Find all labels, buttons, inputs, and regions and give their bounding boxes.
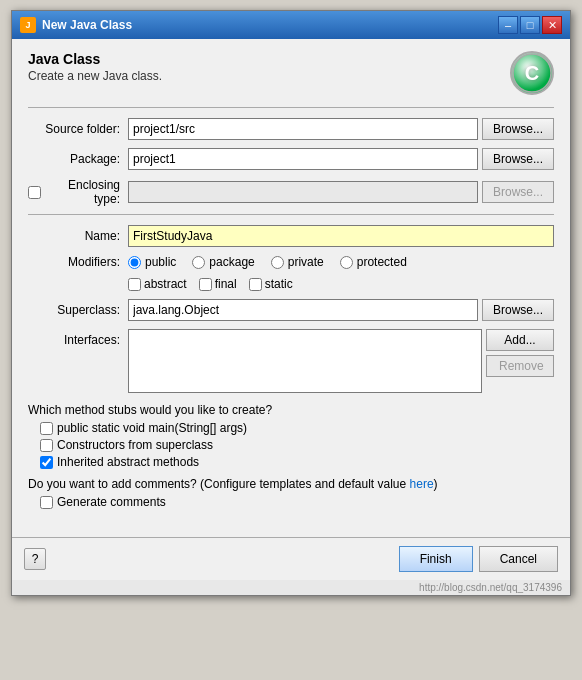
name-row: Name:	[28, 225, 554, 247]
superclass-input[interactable]	[128, 299, 478, 321]
superclass-label: Superclass:	[28, 303, 128, 317]
footer-buttons: Finish Cancel	[399, 546, 558, 572]
modifiers-row2: abstract final static	[128, 277, 554, 291]
stubs-options: public static void main(String[] args) C…	[28, 421, 554, 469]
modifier-abstract-checkbox[interactable]	[128, 278, 141, 291]
source-folder-label: Source folder:	[28, 122, 128, 136]
modifier-abstract-label: abstract	[144, 277, 187, 291]
modifier-final-checkbox[interactable]	[199, 278, 212, 291]
header-section: Java Class Create a new Java class. C	[28, 51, 554, 95]
stubs-option-1[interactable]: Constructors from superclass	[40, 438, 554, 452]
finish-button[interactable]: Finish	[399, 546, 473, 572]
comments-title-suffix: )	[434, 477, 438, 491]
stubs-option-0-checkbox[interactable]	[40, 422, 53, 435]
stubs-option-2[interactable]: Inherited abstract methods	[40, 455, 554, 469]
enclosing-type-browse-button[interactable]: Browse...	[482, 181, 554, 203]
java-logo: C	[510, 51, 554, 95]
enclosing-type-label: Enclosing type:	[44, 178, 120, 206]
superclass-browse-button[interactable]: Browse...	[482, 299, 554, 321]
modifier-protected-radio[interactable]	[340, 256, 353, 269]
close-button[interactable]: ✕	[542, 16, 562, 34]
maximize-button[interactable]: □	[520, 16, 540, 34]
help-button[interactable]: ?	[24, 548, 46, 570]
source-folder-input[interactable]	[128, 118, 478, 140]
generate-comments-checkbox[interactable]	[40, 496, 53, 509]
stubs-option-1-checkbox[interactable]	[40, 439, 53, 452]
package-label: Package:	[28, 152, 128, 166]
name-label: Name:	[28, 229, 128, 243]
enclosing-type-label-group: Enclosing type:	[28, 178, 128, 206]
package-browse-button[interactable]: Browse...	[482, 148, 554, 170]
enclosing-type-checkbox[interactable]	[28, 186, 41, 199]
package-input[interactable]	[128, 148, 478, 170]
modifier-public-radio[interactable]	[128, 256, 141, 269]
modifier-static-label: static	[265, 277, 293, 291]
enclosing-type-input[interactable]	[128, 181, 478, 203]
middle-divider	[28, 214, 554, 215]
modifier-final[interactable]: final	[199, 277, 237, 291]
modifier-public-label: public	[145, 255, 176, 269]
interfaces-box	[128, 329, 482, 393]
dialog-footer: ? Finish Cancel	[12, 537, 570, 580]
interfaces-add-button[interactable]: Add...	[486, 329, 554, 351]
window-title: New Java Class	[42, 18, 132, 32]
stubs-option-2-checkbox[interactable]	[40, 456, 53, 469]
modifier-protected-label: protected	[357, 255, 407, 269]
title-buttons: – □ ✕	[498, 16, 562, 34]
stubs-section: Which method stubs would you like to cre…	[28, 403, 554, 469]
modifier-private[interactable]: private	[271, 255, 324, 269]
stubs-option-0-label: public static void main(String[] args)	[57, 421, 247, 435]
modifier-static-checkbox[interactable]	[249, 278, 262, 291]
package-row: Package: Browse...	[28, 148, 554, 170]
dialog-title: Java Class	[28, 51, 162, 67]
modifier-package[interactable]: package	[192, 255, 254, 269]
modifier-private-radio[interactable]	[271, 256, 284, 269]
stubs-option-1-label: Constructors from superclass	[57, 438, 213, 452]
svg-text:C: C	[525, 62, 539, 84]
source-folder-browse-button[interactable]: Browse...	[482, 118, 554, 140]
modifier-package-label: package	[209, 255, 254, 269]
modifier-abstract[interactable]: abstract	[128, 277, 187, 291]
modifier-private-label: private	[288, 255, 324, 269]
minimize-button[interactable]: –	[498, 16, 518, 34]
stubs-title: Which method stubs would you like to cre…	[28, 403, 554, 417]
interfaces-buttons: Add... Remove	[486, 329, 554, 393]
superclass-row: Superclass: Browse...	[28, 299, 554, 321]
modifiers-label: Modifiers:	[28, 255, 128, 269]
generate-comments-option[interactable]: Generate comments	[28, 495, 554, 509]
dialog-subtitle: Create a new Java class.	[28, 69, 162, 83]
comments-section: Do you want to add comments? (Configure …	[28, 477, 554, 509]
enclosing-type-row: Enclosing type: Browse...	[28, 178, 554, 206]
cancel-button[interactable]: Cancel	[479, 546, 558, 572]
header-divider	[28, 107, 554, 108]
svg-text:J: J	[25, 20, 30, 30]
window-icon: J	[20, 17, 36, 33]
title-bar: J New Java Class – □ ✕	[12, 11, 570, 39]
modifiers-group: public package private protected	[128, 255, 407, 269]
title-bar-left: J New Java Class	[20, 17, 132, 33]
generate-comments-label: Generate comments	[57, 495, 166, 509]
source-folder-row: Source folder: Browse...	[28, 118, 554, 140]
header-text: Java Class Create a new Java class.	[28, 51, 162, 83]
watermark: http://blog.csdn.net/qq_3174396	[12, 580, 570, 595]
interfaces-remove-button[interactable]: Remove	[486, 355, 554, 377]
modifier-public[interactable]: public	[128, 255, 176, 269]
comments-title-prefix: Do you want to add comments? (Configure …	[28, 477, 410, 491]
comments-title: Do you want to add comments? (Configure …	[28, 477, 554, 491]
dialog-content: Java Class Create a new Java class. C	[12, 39, 570, 529]
name-input[interactable]	[128, 225, 554, 247]
interfaces-label: Interfaces:	[28, 329, 128, 393]
stubs-option-2-label: Inherited abstract methods	[57, 455, 199, 469]
stubs-option-0[interactable]: public static void main(String[] args)	[40, 421, 554, 435]
modifier-package-radio[interactable]	[192, 256, 205, 269]
modifiers-row: Modifiers: public package private protec…	[28, 255, 554, 269]
comments-here-link[interactable]: here	[410, 477, 434, 491]
main-window: J New Java Class – □ ✕ Java Class Create…	[11, 10, 571, 596]
modifier-final-label: final	[215, 277, 237, 291]
interfaces-section: Interfaces: Add... Remove	[28, 329, 554, 393]
modifier-static[interactable]: static	[249, 277, 293, 291]
modifier-protected[interactable]: protected	[340, 255, 407, 269]
